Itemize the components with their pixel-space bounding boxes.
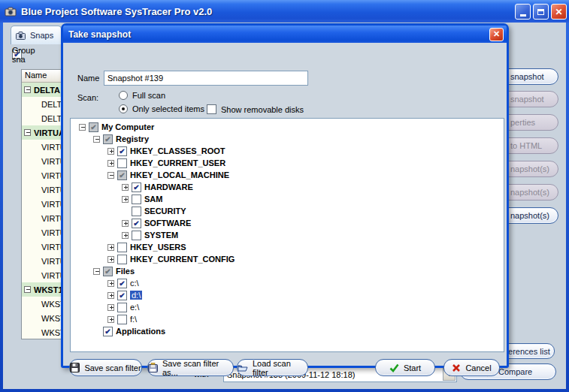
tree-node-label[interactable]: Applications — [116, 327, 165, 336]
expand-icon[interactable] — [107, 148, 114, 155]
tree-row[interactable]: HKEY_CURRENT_USER — [71, 157, 504, 169]
checkbox-checked-icon[interactable] — [132, 182, 141, 192]
maximize-button[interactable] — [533, 4, 549, 20]
radio-full-scan[interactable]: Full scan — [119, 91, 165, 100]
radio-only-selected[interactable]: Only selected items — [119, 104, 204, 113]
tree-node-label[interactable]: d:\ — [130, 291, 142, 300]
checkbox-partial-icon[interactable] — [117, 170, 127, 180]
collapse-icon[interactable] — [107, 172, 114, 179]
tree-row[interactable]: HARDWARE — [71, 181, 504, 193]
tree-node-label[interactable]: SAM — [144, 194, 162, 204]
expand-icon[interactable] — [107, 304, 114, 311]
tree-row[interactable]: Files — [71, 265, 504, 277]
expand-icon[interactable] — [107, 280, 114, 287]
checkbox-unchecked-icon[interactable] — [117, 315, 127, 324]
tree-node-label[interactable]: HKEY_CURRENT_USER — [130, 158, 225, 167]
minimize-button[interactable] — [515, 4, 531, 20]
tree-node-label[interactable]: SOFTWARE — [144, 219, 191, 228]
checkbox-partial-icon[interactable] — [103, 267, 113, 276]
expand-icon[interactable] — [107, 244, 114, 251]
checkbox-partial-icon[interactable] — [103, 134, 113, 144]
save-scan-filter-as-label: Save scan filter as... — [162, 359, 233, 377]
tree-row[interactable]: Applications — [71, 325, 504, 337]
dialog-close-button[interactable]: ✕ — [489, 28, 504, 41]
tree-row[interactable]: Registry — [71, 133, 504, 145]
expand-icon[interactable] — [107, 256, 114, 263]
radio-selected-icon[interactable] — [119, 104, 128, 113]
expand-icon[interactable] — [122, 232, 129, 239]
tree-row[interactable]: SOFTWARE — [71, 217, 504, 229]
expand-icon[interactable] — [107, 316, 114, 323]
group-snapshots-checkbox[interactable]: Group sna — [12, 50, 22, 59]
expand-icon[interactable] — [122, 184, 129, 191]
tree-row[interactable]: SAM — [71, 193, 504, 205]
radio-icon[interactable] — [119, 91, 128, 100]
load-scan-filter-button[interactable]: Load scan filter — [237, 359, 308, 376]
tree-node-label[interactable]: HKEY_LOCAL_MACHINE — [130, 170, 229, 179]
tree-node-label[interactable]: HKEY_USERS — [130, 243, 186, 252]
checkbox-unchecked-icon[interactable] — [132, 231, 141, 240]
show-removable-checkbox[interactable]: Show removable disks — [207, 104, 304, 114]
checkbox-checked-icon[interactable] — [103, 327, 113, 336]
close-button[interactable]: ✕ — [551, 4, 567, 20]
tree-row[interactable]: HKEY_CLASSES_ROOT — [71, 145, 504, 157]
expand-icon[interactable] — [122, 196, 129, 203]
checkbox-checked-icon[interactable] — [117, 146, 127, 156]
tree-row[interactable]: My Computer — [71, 121, 504, 133]
save-scan-filter-button[interactable]: Save scan filter — [69, 359, 142, 376]
tree-row[interactable]: e:\ — [71, 301, 504, 313]
tree-node-label[interactable]: SYSTEM — [144, 231, 178, 240]
checkbox-unchecked-icon[interactable] — [117, 158, 127, 168]
tree-node-label[interactable]: c:\ — [130, 279, 139, 288]
tab-snapshots[interactable]: Snaps — [11, 26, 62, 44]
expand-icon[interactable] — [107, 160, 114, 167]
tree-node-label[interactable]: SECURITY — [144, 207, 186, 216]
snapshot-name-input[interactable] — [104, 71, 308, 86]
checkbox-checked-icon[interactable] — [117, 279, 127, 288]
collapse-icon[interactable] — [79, 124, 86, 131]
checkbox-unchecked-icon[interactable] — [132, 194, 141, 204]
expand-icon[interactable] — [122, 220, 129, 227]
take-snapshot-dialog: Take snapshot ✕ Name Scan: Full scan Onl… — [61, 23, 509, 368]
dialog-body: Name Scan: Full scan Only selected items… — [63, 43, 507, 366]
checkbox-partial-icon[interactable] — [89, 122, 98, 132]
tree-row[interactable]: f:\ — [71, 313, 504, 325]
expand-icon[interactable] — [107, 292, 114, 299]
tree-row[interactable]: c:\ — [71, 277, 504, 289]
checkbox-unchecked-icon[interactable] — [132, 207, 141, 216]
tree-node-label[interactable]: HARDWARE — [144, 182, 193, 191]
save-scan-filter-as-button[interactable]: Save scan filter as... — [147, 359, 234, 376]
collapse-icon[interactable] — [24, 286, 31, 293]
tree-row[interactable]: HKEY_CURRENT_CONFIG — [71, 253, 504, 265]
dialog-titlebar[interactable]: Take snapshot ✕ — [63, 26, 507, 43]
collapse-icon[interactable] — [24, 129, 31, 136]
checkbox-unchecked-icon[interactable] — [207, 104, 216, 114]
tree-row[interactable]: SECURITY — [71, 205, 504, 217]
collapse-icon[interactable] — [93, 136, 100, 143]
tree-row[interactable]: HKEY_LOCAL_MACHINE — [71, 169, 504, 181]
tree-node-label[interactable]: Registry — [116, 134, 149, 143]
checkbox-checked-icon[interactable] — [132, 219, 141, 228]
tree-node-label[interactable]: HKEY_CLASSES_ROOT — [130, 146, 225, 155]
collapse-icon[interactable] — [93, 268, 100, 275]
tree-node-label[interactable]: e:\ — [130, 303, 139, 312]
collapse-icon[interactable] — [24, 86, 31, 93]
app-window: Blue Project Software SysTracer Pro v2.0… — [0, 0, 569, 392]
tree-node-label[interactable]: My Computer — [101, 122, 154, 131]
tree-node-label[interactable]: HKEY_CURRENT_CONFIG — [130, 255, 235, 264]
checkbox-unchecked-icon[interactable] — [117, 303, 127, 312]
tree-row[interactable]: SYSTEM — [71, 229, 504, 241]
tree-row[interactable]: d:\ — [71, 289, 504, 301]
tree-node-label[interactable]: f:\ — [130, 315, 137, 324]
close-icon: ✕ — [555, 8, 562, 17]
checkbox-checked-icon[interactable] — [117, 291, 127, 300]
checkbox-unchecked-icon[interactable] — [117, 255, 127, 264]
checkbox-unchecked-icon[interactable] — [117, 243, 127, 252]
start-button[interactable]: Start — [375, 359, 435, 376]
cancel-button[interactable]: Cancel — [443, 359, 500, 376]
tree-row[interactable]: HKEY_USERS — [71, 241, 504, 253]
tree-node-label[interactable]: Files — [116, 267, 135, 276]
radio-only-selected-label: Only selected items — [132, 104, 204, 113]
show-removable-label: Show removable disks — [221, 105, 304, 114]
titlebar[interactable]: Blue Project Software SysTracer Pro v2.0 — [0, 0, 569, 23]
